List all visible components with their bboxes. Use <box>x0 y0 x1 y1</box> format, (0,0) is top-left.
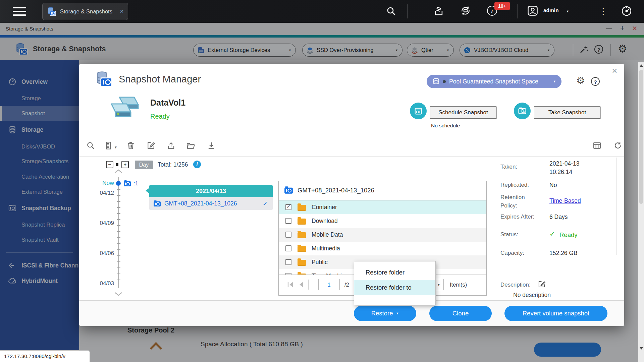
app-tab-label: Storage & Snapshots <box>60 8 112 15</box>
timeline-date: 04/09 <box>95 220 114 227</box>
dashboard-icon[interactable] <box>621 5 633 17</box>
zoom-out-button[interactable]: − <box>106 161 113 168</box>
snapshot-camera-icon <box>123 180 131 187</box>
dialog-footer: Restore ▼ Clone Revert volume snapshot <box>79 300 624 326</box>
checkbox[interactable] <box>285 232 291 238</box>
taken-date: 2021-04-13 <box>549 160 580 167</box>
snapshot-manager-icon <box>95 70 113 88</box>
volume-icon <box>107 94 142 121</box>
checkbox[interactable] <box>285 259 291 265</box>
description-value: No description <box>513 292 551 299</box>
status-label: Status: <box>500 231 549 238</box>
previous-page-icon[interactable] <box>297 280 306 289</box>
folder-icon <box>298 246 306 252</box>
chevron-down-icon: ▼ <box>566 10 569 13</box>
snapshot-group-date: 2021/04/13 <box>149 185 273 197</box>
file-panel-header: GMT+08_2021-04-13_1026 <box>279 181 486 200</box>
menu-item-restore-folder[interactable]: Restore folder <box>354 265 435 280</box>
schedule-note: No schedule <box>431 123 460 129</box>
capacity-value: 152.26 GB <box>549 250 578 257</box>
schedule-snapshot-button[interactable]: Schedule Snapshot <box>430 106 496 119</box>
username-label[interactable]: admin <box>543 7 559 13</box>
scroll-up-icon[interactable] <box>640 64 643 67</box>
timeline-ticks <box>117 183 120 286</box>
first-page-icon[interactable] <box>286 280 295 289</box>
page-number-input[interactable] <box>318 279 340 290</box>
timeline-up-icon[interactable] <box>114 169 123 174</box>
edit-icon[interactable] <box>146 141 156 150</box>
volume-status: Ready <box>150 113 170 120</box>
snapshot-manager-dialog: ✕ Snapshot Manager Pool Guaranteed Snaps… <box>79 64 624 326</box>
zoom-level-dot <box>116 163 118 166</box>
revert-volume-snapshot-button[interactable]: Revert volume snapshot <box>504 306 607 321</box>
folder-row[interactable]: Multimedia <box>279 242 486 255</box>
volume-name: DataVol1 <box>150 98 185 108</box>
scrollbar[interactable] <box>638 62 644 362</box>
search-icon[interactable] <box>386 6 396 16</box>
timeline-date: 04/03 <box>95 280 114 287</box>
edit-description-icon[interactable] <box>537 280 546 289</box>
dialog-help-icon[interactable]: ? <box>591 77 600 86</box>
download-icon[interactable] <box>207 141 216 150</box>
more-options-icon[interactable]: ⋮ <box>599 6 607 16</box>
folder-view-icon[interactable] <box>186 141 195 150</box>
checkbox-checked[interactable] <box>285 204 291 210</box>
share-icon[interactable] <box>166 141 176 150</box>
checkbox[interactable] <box>285 245 291 251</box>
close-dialog-icon[interactable]: ✕ <box>611 67 618 75</box>
pool-disks-icon <box>432 77 440 85</box>
snapshot-item[interactable]: GMT+08_2021-04-13_1026 ✓ <box>149 197 273 210</box>
table-view-icon[interactable] <box>592 141 602 150</box>
checkbox[interactable] <box>285 218 291 224</box>
user-icon[interactable] <box>527 5 539 17</box>
status-url-tooltip: 172.17.30.7:8080/cgi-bin/# <box>0 350 90 362</box>
timeline-now-label: Now <box>95 180 114 187</box>
timeline-down-icon[interactable] <box>114 292 123 296</box>
background-tasks-icon[interactable] <box>433 5 444 16</box>
take-snapshot-icon <box>514 103 531 119</box>
refresh-icon[interactable] <box>613 141 623 150</box>
status-check-icon: ✓ <box>549 230 555 238</box>
timeline-now-dot <box>116 181 121 186</box>
close-tab-icon[interactable]: ✕ <box>119 8 124 14</box>
take-snapshot-button[interactable]: Take Snapshot <box>534 106 600 119</box>
pool-selector-button[interactable]: Pool Guaranteed Snapshot Space ▼ <box>427 75 561 88</box>
status-value: Ready <box>559 231 577 239</box>
snapshot-total: Total: 1/256 <box>158 161 188 168</box>
screen: Storage & Snapshots — + ✕ Storage & Snap… <box>0 0 644 362</box>
external-device-sync-icon[interactable] <box>460 5 471 16</box>
restore-button[interactable]: Restore ▼ <box>354 306 416 321</box>
folder-icon <box>298 232 306 238</box>
main-menu-icon[interactable] <box>13 7 26 16</box>
scroll-down-icon[interactable] <box>640 347 643 350</box>
info-icon[interactable]: i <box>193 161 201 168</box>
selected-check-icon: ✓ <box>263 200 268 207</box>
snapshot-camera-icon <box>284 186 293 194</box>
folder-row[interactable]: Mobile Data <box>279 228 486 242</box>
folder-row[interactable]: Download <box>279 214 486 228</box>
sort-list-icon[interactable] <box>104 141 113 150</box>
file-panel-snapshot-name: GMT+08_2021-04-13_1026 <box>298 187 374 194</box>
retention-policy-link[interactable]: Time-Based <box>549 197 581 204</box>
snapshot-group-card: 2021/04/13 GMT+08_2021-04-13_1026 ✓ <box>149 185 273 210</box>
app-tab[interactable]: Storage & Snapshots ✕ <box>42 3 128 20</box>
search-snapshot-icon[interactable] <box>86 141 95 150</box>
schedule-calendar-icon <box>410 103 427 119</box>
timeline-date: 04/12 <box>95 190 114 196</box>
delete-icon[interactable] <box>126 141 136 150</box>
taken-label: Taken: <box>500 164 549 170</box>
retention-label-2: Policy: <box>500 202 549 209</box>
menu-item-restore-folder-to[interactable]: Restore folder to <box>354 280 435 295</box>
page-total: /2 <box>344 282 349 288</box>
divider <box>308 280 309 290</box>
dialog-settings-icon[interactable]: ⚙ <box>576 75 585 86</box>
zoom-in-button[interactable]: + <box>121 161 129 168</box>
desktop-bar: Storage & Snapshots ✕ i 10+ admin ▼ ⋮ <box>0 0 644 23</box>
expires-label: Expires After: <box>500 214 549 220</box>
scrollbar-thumb[interactable] <box>639 70 643 204</box>
chevron-down-icon: ▼ <box>396 312 399 315</box>
restore-context-menu: Restore folder Restore folder to <box>354 261 436 305</box>
clone-button[interactable]: Clone <box>429 306 492 321</box>
folder-row[interactable]: Container <box>279 200 486 214</box>
expires-value: 6 Days <box>549 214 568 221</box>
